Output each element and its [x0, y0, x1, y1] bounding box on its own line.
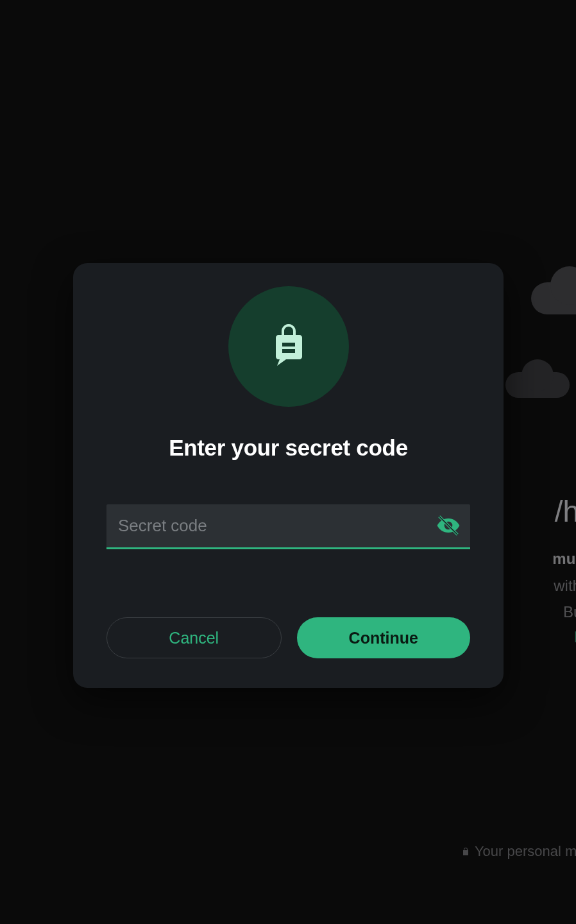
learn-more-link-fragment: Lea: [552, 628, 576, 646]
continue-button[interactable]: Continue: [297, 617, 471, 658]
subtitle-line-3: Busine: [552, 601, 576, 623]
cancel-button[interactable]: Cancel: [106, 617, 282, 658]
locked-chat-icon: [260, 317, 317, 376]
toggle-visibility-button[interactable]: [436, 514, 461, 540]
secret-code-input[interactable]: [106, 504, 470, 549]
background-text: /hats multi-age with up to Busine Lea: [552, 494, 576, 646]
subtitle-line-2: with up to: [552, 575, 576, 597]
modal-icon-container: [228, 286, 349, 407]
footer-text: Your personal messag: [475, 843, 576, 860]
input-container: [106, 504, 470, 549]
lock-icon: [462, 843, 470, 860]
button-row: Cancel Continue: [106, 617, 470, 658]
footer-encryption-notice: Your personal messag: [462, 843, 576, 860]
app-title-fragment: /hats: [552, 494, 576, 529]
secret-code-modal: Enter your secret code Cancel Continue: [73, 263, 504, 688]
modal-title: Enter your secret code: [106, 435, 470, 461]
subtitle-line-1: multi-age: [552, 548, 576, 570]
eye-off-icon: [436, 513, 461, 540]
